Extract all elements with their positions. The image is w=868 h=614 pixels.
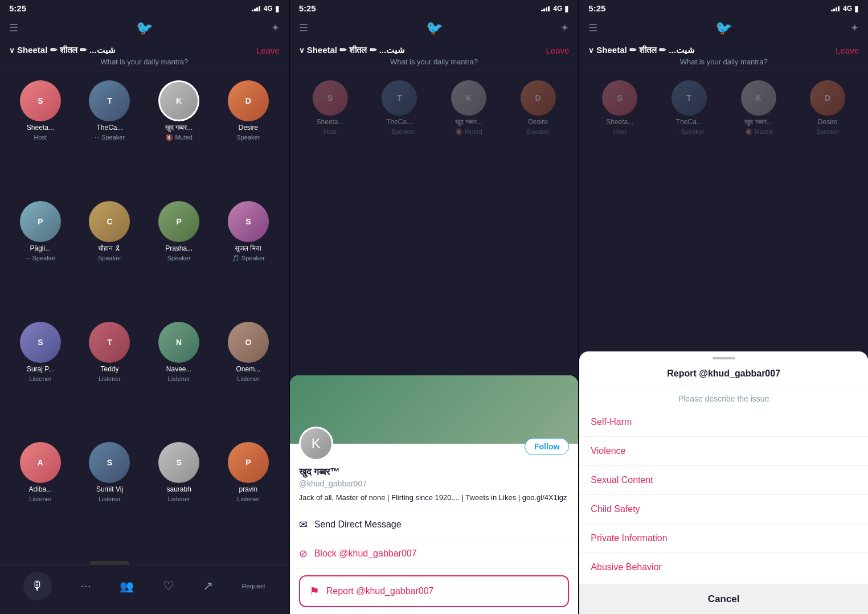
report-option-self-harm[interactable]: Self-Harm <box>579 408 868 437</box>
space-name-2: Sheetal ✏ शीतल ✏ ...شيت <box>307 45 406 55</box>
report-option-sexual-content[interactable]: Sexual Content <box>579 466 868 495</box>
role-saurabh-1: Listener <box>168 496 190 502</box>
participant-adiba-1[interactable]: A Adiba... Listener <box>9 442 72 555</box>
report-option-abusive-behavior[interactable]: Abusive Behavior <box>579 553 868 582</box>
participant-khud-1[interactable]: K खुद गब्बर... 🔇 Muted <box>148 80 210 194</box>
people-button-1[interactable]: 👥 <box>120 579 134 593</box>
report-button[interactable]: ⚑ Report @khud_gabbar007 <box>299 575 570 607</box>
people-icon-1: 👥 <box>120 579 134 593</box>
report-option-private-info[interactable]: Private Information <box>579 524 868 553</box>
chevron-icon-2: ∨ <box>299 46 305 55</box>
send-dm-action[interactable]: ✉ Send Direct Message <box>290 510 579 539</box>
sparkle-icon-2[interactable]: ✦ <box>560 22 569 34</box>
status-icons-1: 4G ▮ <box>252 4 280 13</box>
screen-2: 5:25 4G ▮ ☰ 🐦 ✦ ∨ She <box>290 0 579 614</box>
space-subtitle-3: What is your daily mantra? <box>588 58 859 66</box>
report-option-child-safety[interactable]: Child Safety <box>579 495 868 524</box>
status-bar-1: 5:25 4G ▮ <box>0 0 289 15</box>
status-time-3: 5:25 <box>588 3 605 13</box>
chevron-icon-1: ∨ <box>9 46 15 55</box>
screen-1: 5:25 4G ▮ ☰ 🐦 ✦ <box>0 0 289 614</box>
participant-onem-1[interactable]: O Onem... Listener <box>217 322 280 435</box>
participant-prasha-1[interactable]: P Prasha... Speaker <box>148 201 210 315</box>
menu-icon-2[interactable]: ☰ <box>299 22 308 34</box>
status-icons-2: 4G ▮ <box>541 4 569 13</box>
avatar-prasha-1: P <box>158 201 199 242</box>
profile-handle: @khud_gabbar007 <box>299 479 570 488</box>
space-title-3: ∨ Sheetal ✏ शीतल ✏ ...شيت Leave <box>588 45 859 55</box>
role-desire-1: Speaker <box>236 134 260 141</box>
participant-sujal-1[interactable]: S सूजल भिया 🎵 Speaker <box>217 201 280 315</box>
role-prasha-1: Speaker <box>167 255 191 261</box>
report-icon: ⚑ <box>309 584 320 598</box>
cancel-button[interactable]: Cancel <box>579 584 868 614</box>
role-teddy-1: Listener <box>99 375 121 382</box>
name-sujal-1: सूजल भिया <box>235 244 261 252</box>
send-dm-text: Send Direct Message <box>314 519 402 530</box>
name-khud-1: खुद गब्बर... <box>165 124 193 132</box>
heart-icon-1: ♡ <box>163 579 174 593</box>
block-action[interactable]: ⊘ Block @khud_gabbar007 <box>290 539 579 568</box>
name-suraj-1: Suraj P... <box>27 365 54 373</box>
avatar-sujal-1: S <box>228 201 269 242</box>
avatar-khud-1: K <box>158 80 199 121</box>
participant-pagli-1[interactable]: P Pägli... ··· Speaker <box>9 201 72 315</box>
space-header-1: ∨ Sheetal ✏ शीतल ✏ ...شيت Leave What is … <box>0 40 289 71</box>
sparkle-icon-1[interactable]: ✦ <box>271 22 280 34</box>
report-option-violence[interactable]: Violence <box>579 437 868 466</box>
avatar-pravin-1: P <box>228 442 269 483</box>
sparkle-icon-3[interactable]: ✦ <box>850 22 859 34</box>
signal-icon-1 <box>252 6 260 11</box>
participant-saurabh-1[interactable]: S saurabh Listener <box>148 442 210 555</box>
participant-navee-1[interactable]: N Navee... Listener <box>148 322 210 435</box>
participant-desire-1[interactable]: D Desire Speaker <box>217 80 280 194</box>
leave-button-2[interactable]: Leave <box>546 46 569 55</box>
participants-grid-3: SSheeta...Host TTheCa...··· Speaker Kखुद… <box>579 71 868 162</box>
chat-button-1[interactable]: ··· <box>81 579 91 593</box>
block-icon: ⊘ <box>299 547 308 560</box>
participant-theca-1[interactable]: T TheCa... ··· Speaker <box>79 80 141 194</box>
twitter-logo-3: 🐦 <box>715 20 732 36</box>
mail-icon: ✉ <box>299 518 308 531</box>
screen-3: 5:25 4G ▮ ☰ 🐦 ✦ ∨ She <box>579 0 868 614</box>
status-time-1: 5:25 <box>9 3 26 13</box>
space-subtitle-2: What is your daily mantra? <box>299 58 570 66</box>
role-sujal-1: 🎵 Speaker <box>232 255 265 262</box>
participant-sumit-1[interactable]: S Sumit Vij Listener Desire: my <box>79 442 141 555</box>
battery-icon-1: ▮ <box>275 4 280 13</box>
role-sheetal-1: Host <box>34 134 47 141</box>
role-theca-1: ··· Speaker <box>95 134 125 141</box>
heart-button-1[interactable]: ♡ <box>163 579 174 593</box>
name-adiba-1: Adiba... <box>28 485 52 493</box>
name-teddy-1: Teddy <box>100 365 118 373</box>
name-prasha-1: Prasha... <box>165 244 193 252</box>
share-button-1[interactable]: ↗ <box>203 579 213 593</box>
report-dialog-title: Report @khud_gabbar007 <box>579 364 868 386</box>
dialog-handle <box>713 357 735 359</box>
avatar-theca-1: T <box>89 80 130 121</box>
share-icon-1: ↗ <box>203 579 213 593</box>
avatar-navee-1: N <box>158 322 199 363</box>
report-btn-text: Report @khud_gabbar007 <box>326 586 434 596</box>
participant-pravin-1[interactable]: P pravin Listener <box>217 442 280 555</box>
participant-sheetal-1[interactable]: S Sheeta... Host <box>9 80 72 194</box>
twitter-logo-2: 🐦 <box>426 20 443 36</box>
name-saurabh-1: saurabh <box>166 485 191 493</box>
mic-button-1[interactable]: 🎙 <box>23 572 52 600</box>
leave-button-1[interactable]: Leave <box>256 46 280 55</box>
role-adiba-1: Listener <box>29 496 51 502</box>
name-pagli-1: Pägli... <box>30 244 51 252</box>
role-sumit-1: Listener <box>99 496 121 502</box>
follow-button[interactable]: Follow <box>525 438 569 455</box>
menu-icon-3[interactable]: ☰ <box>588 22 597 34</box>
role-chouhan-1: Speaker <box>98 255 121 261</box>
name-chouhan-1: चौहान 🎗 <box>98 244 121 252</box>
menu-icon-1[interactable]: ☰ <box>9 22 18 34</box>
participant-suraj-1[interactable]: S Suraj P... Listener <box>9 322 72 435</box>
leave-button-3[interactable]: Leave <box>836 46 859 55</box>
network-type-3: 4G <box>843 5 852 13</box>
space-header-3: ∨ Sheetal ✏ शीतल ✏ ...شيت Leave What is … <box>579 40 868 71</box>
battery-icon-3: ▮ <box>854 4 859 13</box>
participant-teddy-1[interactable]: T Teddy Listener <box>79 322 141 435</box>
participant-chouhan-1[interactable]: C चौहान 🎗 Speaker <box>79 201 141 315</box>
